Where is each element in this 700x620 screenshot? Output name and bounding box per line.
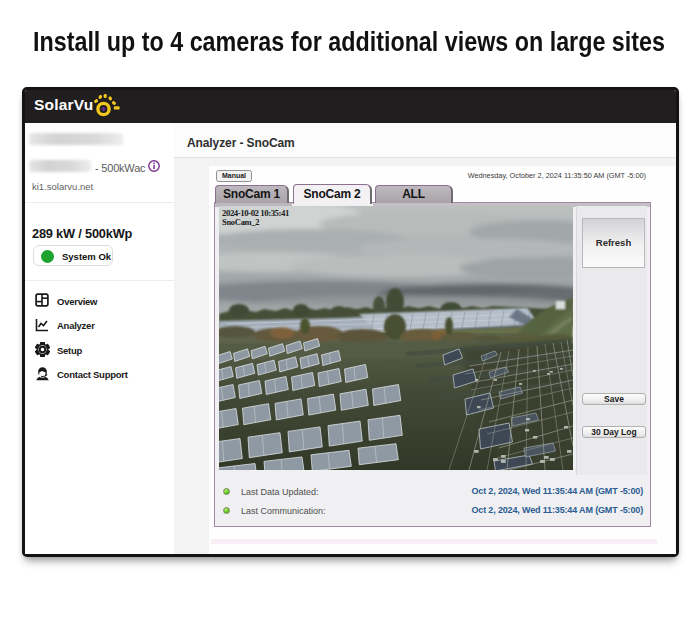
svg-text:SnoCam_2: SnoCam_2 [222, 217, 259, 227]
svg-text:2024-10-02 10:35:41: 2024-10-02 10:35:41 [222, 208, 289, 218]
